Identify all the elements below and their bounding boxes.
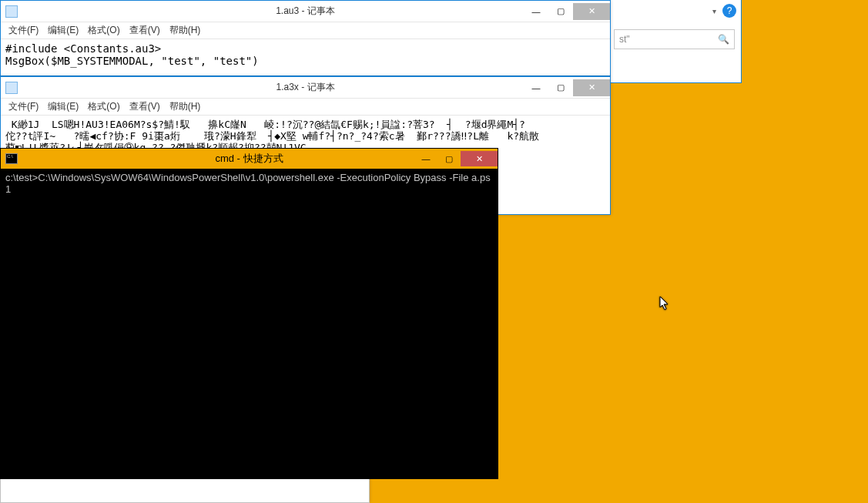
menu-format[interactable]: 格式(O) [83,22,124,39]
maximize-button[interactable]: ▢ [437,151,461,166]
maximize-button[interactable]: ▢ [548,3,573,20]
maximize-button[interactable]: ▢ [548,79,573,96]
cmd-icon [5,153,18,164]
menubar: 文件(F) 编辑(E) 格式(O) 查看(V) 帮助(H) [1,99,610,116]
menu-help[interactable]: 帮助(H) [165,22,206,39]
menu-format[interactable]: 格式(O) [83,99,124,115]
notepad-icon [5,5,18,18]
explorer-pane: ▾ ? st" 🔍 [611,0,742,83]
cmd-content[interactable]: c:\test>C:\Windows\SysWOW64\WindowsPower… [1,169,498,478]
window-title: 1.au3 - 记事本 [276,5,335,18]
minimize-button[interactable]: — [524,79,548,96]
close-button[interactable]: ✕ [573,79,610,96]
minimize-button[interactable]: — [414,151,437,166]
search-placeholder: st" [619,34,630,45]
menu-view[interactable]: 查看(V) [125,22,165,39]
search-icon[interactable]: 🔍 [718,34,729,45]
menubar: 文件(F) 编辑(E) 格式(O) 查看(V) 帮助(H) [1,22,610,39]
mouse-cursor-icon [659,296,670,311]
help-icon[interactable]: ? [722,4,736,18]
menu-file[interactable]: 文件(F) [4,22,43,39]
menu-edit[interactable]: 编辑(E) [43,99,83,115]
cmd-title: cmd - 快捷方式 [215,152,283,166]
notepad-content[interactable]: #include <Constants.au3> MsgBox($MB_SYST… [1,39,610,70]
titlebar[interactable]: 1.a3x - 记事本 — ▢ ✕ [1,77,610,99]
chevron-down-icon[interactable]: ▾ [712,7,716,15]
search-input[interactable]: st" 🔍 [614,29,735,49]
notepad-icon [5,82,18,94]
close-button[interactable]: ✕ [461,151,498,166]
window-title: 1.a3x - 记事本 [276,81,334,94]
menu-file[interactable]: 文件(F) [4,99,43,115]
notepad-au3-window: 1.au3 - 记事本 — ▢ ✕ 文件(F) 编辑(E) 格式(O) 查看(V… [0,0,611,76]
cmd-window: cmd - 快捷方式 — ▢ ✕ c:\test>C:\Windows\SysW… [0,148,498,479]
titlebar[interactable]: 1.au3 - 记事本 — ▢ ✕ [1,1,610,22]
menu-view[interactable]: 查看(V) [125,99,165,115]
close-button[interactable]: ✕ [573,3,610,20]
menu-edit[interactable]: 编辑(E) [43,22,83,39]
cmd-titlebar[interactable]: cmd - 快捷方式 — ▢ ✕ [1,149,498,169]
minimize-button[interactable]: — [524,3,548,20]
menu-help[interactable]: 帮助(H) [165,99,206,115]
